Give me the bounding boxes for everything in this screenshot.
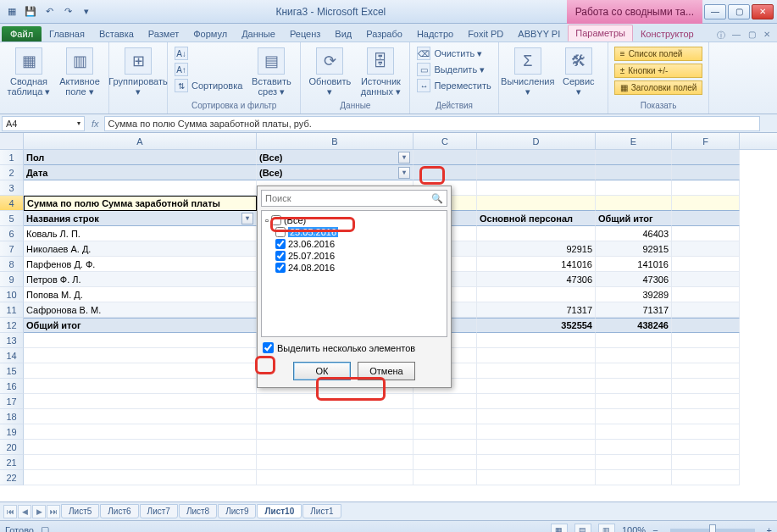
doc-restore-icon[interactable]: ▢: [745, 30, 758, 42]
tree-item-all[interactable]: ▫(Все): [265, 214, 443, 226]
row-2[interactable]: 2: [0, 165, 24, 180]
fx-icon[interactable]: fx: [86, 119, 104, 129]
tree-item-3[interactable]: 24.08.2016: [265, 262, 443, 274]
tab-view[interactable]: Вид: [328, 26, 358, 42]
select-all-corner[interactable]: [0, 133, 24, 149]
sheet-nav-last[interactable]: ⏭: [47, 505, 60, 518]
row-16[interactable]: 16: [0, 379, 24, 394]
row-13[interactable]: 13: [0, 333, 24, 348]
datasource-button[interactable]: 🗄Источник данных ▾: [357, 46, 404, 99]
zoom-out-button[interactable]: −: [652, 525, 658, 533]
formula-bar[interactable]: Сумма по полю Сумма заработной платы, ру…: [104, 116, 760, 131]
collapse-icon[interactable]: ▫: [265, 215, 269, 225]
row-10[interactable]: 10: [0, 287, 24, 302]
tab-layout[interactable]: Размет: [142, 26, 186, 42]
tab-review[interactable]: Реценз: [283, 26, 327, 42]
chevron-down-icon[interactable]: ▾: [77, 119, 80, 127]
row-6[interactable]: 6: [0, 226, 24, 241]
multi-select-row[interactable]: Выделить несколько элементов: [261, 337, 447, 358]
cell-A2[interactable]: Дата: [24, 165, 257, 180]
sheet-tab[interactable]: Лист1: [302, 504, 341, 518]
checkbox-1[interactable]: [275, 239, 286, 249]
row-20[interactable]: 20: [0, 440, 24, 455]
multi-select-checkbox[interactable]: [263, 342, 274, 353]
tab-pivot-options[interactable]: Параметры: [568, 25, 633, 42]
row-9[interactable]: 9: [0, 272, 24, 287]
sort-desc-button[interactable]: A↑: [173, 62, 244, 77]
group-button[interactable]: ⊞Группировать ▾: [114, 46, 162, 99]
view-normal-button[interactable]: ▦: [551, 524, 568, 533]
close-button[interactable]: ✕: [752, 4, 774, 19]
col-E[interactable]: E: [596, 133, 672, 149]
row-12[interactable]: 12: [0, 318, 24, 333]
row-3[interactable]: 3: [0, 180, 24, 196]
row-8[interactable]: 8: [0, 257, 24, 272]
cell-A4[interactable]: Сумма по полю Сумма заработной платы: [24, 196, 257, 211]
row-19[interactable]: 19: [0, 424, 24, 440]
tree-item-2[interactable]: 25.07.2016: [265, 250, 443, 262]
redo-icon[interactable]: ↷: [59, 3, 76, 20]
save-icon[interactable]: 💾: [22, 3, 39, 20]
checkbox-3[interactable]: [275, 263, 286, 273]
sheet-tab[interactable]: Лист6: [100, 504, 138, 518]
sheet-nav-next[interactable]: ▶: [32, 505, 46, 518]
minimize-button[interactable]: —: [704, 4, 726, 19]
zoom-slider[interactable]: [670, 529, 755, 532]
active-field-button[interactable]: ▥Активное поле ▾: [56, 46, 103, 99]
cell-B2[interactable]: (Все)▾: [257, 165, 413, 180]
checkbox-all[interactable]: [271, 215, 281, 225]
doc-minimize-icon[interactable]: —: [730, 30, 743, 42]
zoom-thumb[interactable]: [709, 524, 716, 533]
view-pagebreak-button[interactable]: ▥: [598, 524, 615, 533]
tab-insert[interactable]: Вставка: [92, 26, 141, 42]
row-4[interactable]: 4: [0, 196, 24, 211]
file-tab[interactable]: Файл: [2, 26, 42, 42]
row-7[interactable]: 7: [0, 241, 24, 257]
cancel-button[interactable]: Отмена: [358, 362, 415, 380]
tab-home[interactable]: Главная: [42, 26, 92, 42]
col-B[interactable]: B: [257, 133, 413, 149]
qat-more-icon[interactable]: ▾: [78, 3, 95, 20]
rowlabels-dropdown-icon[interactable]: ▾: [241, 213, 253, 224]
row-21[interactable]: 21: [0, 455, 24, 470]
col-C[interactable]: C: [413, 133, 477, 149]
date-filter-dropdown-icon[interactable]: ▾: [398, 167, 410, 179]
tab-developer[interactable]: Разрабо: [359, 26, 409, 42]
macro-record-icon[interactable]: ▢: [41, 524, 49, 532]
tab-formulas[interactable]: Формул: [186, 26, 234, 42]
sheet-tab-active[interactable]: Лист10: [257, 504, 302, 518]
pivot-table-button[interactable]: ▦Сводная таблица ▾: [5, 46, 53, 99]
doc-close-icon[interactable]: ✕: [760, 30, 774, 42]
checkbox-0[interactable]: [275, 227, 286, 237]
field-list-button[interactable]: ≡Список полей: [614, 47, 703, 61]
tab-abbyy[interactable]: ABBYY PI: [511, 26, 567, 42]
filter-search[interactable]: 🔍: [261, 190, 447, 207]
refresh-button[interactable]: ⟳Обновить ▾: [306, 46, 353, 99]
view-layout-button[interactable]: ▤: [574, 524, 591, 533]
row-1[interactable]: 1: [0, 150, 24, 165]
tools-button[interactable]: 🛠Сервис ▾: [555, 46, 602, 99]
col-A[interactable]: A: [24, 133, 257, 149]
tree-item-0[interactable]: 25.05.2016: [265, 226, 443, 238]
ok-button[interactable]: ОК: [293, 362, 351, 380]
row-17[interactable]: 17: [0, 394, 24, 409]
tree-item-1[interactable]: 23.06.2016: [265, 238, 443, 250]
undo-icon[interactable]: ↶: [41, 3, 58, 20]
filter-tree[interactable]: ▫(Все) 25.05.2016 23.06.2016 25.07.2016 …: [261, 210, 447, 337]
tab-addins[interactable]: Надстро: [410, 26, 460, 42]
sheet-tab[interactable]: Лист9: [218, 504, 256, 518]
row-15[interactable]: 15: [0, 363, 24, 379]
cell-A1[interactable]: Пол: [24, 150, 257, 165]
move-button[interactable]: ↔Переместить: [415, 78, 492, 93]
sheet-tab[interactable]: Лист7: [140, 504, 178, 518]
select-button[interactable]: ▭Выделить ▾: [415, 62, 492, 77]
sheet-tab[interactable]: Лист8: [179, 504, 217, 518]
ribbon-help-icon[interactable]: ⓘ: [714, 30, 728, 42]
cell-B1[interactable]: (Все)▾: [257, 150, 413, 165]
row-11[interactable]: 11: [0, 302, 24, 318]
tab-data[interactable]: Данные: [235, 26, 282, 42]
tab-pivot-design[interactable]: Конструктор: [634, 26, 701, 42]
tab-foxit[interactable]: Foxit PD: [461, 26, 510, 42]
col-F[interactable]: F: [672, 133, 740, 149]
filter-search-input[interactable]: [265, 193, 431, 203]
